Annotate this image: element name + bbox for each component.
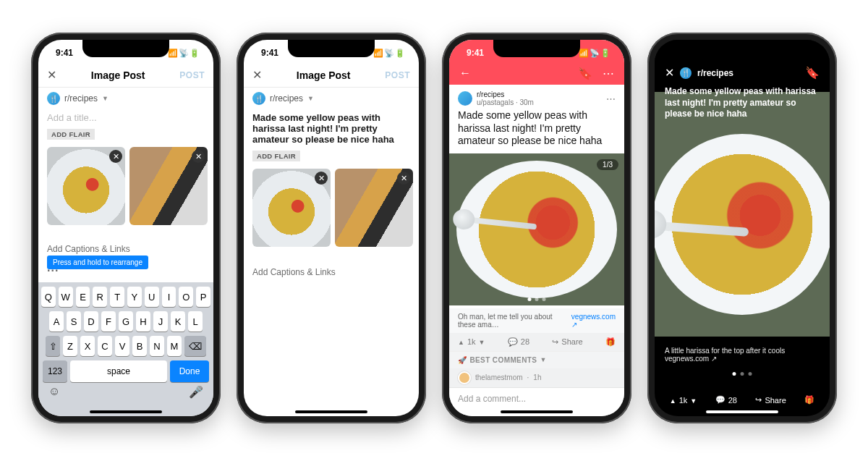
keyboard-extras: ☺ 🎤 (41, 382, 210, 399)
score: 1k (467, 337, 476, 346)
image-gallery[interactable]: 1/3 (449, 153, 624, 305)
key[interactable]: V (115, 336, 129, 356)
home-indicator[interactable] (90, 410, 162, 413)
status-icons: 📶 📡 🔋 (168, 48, 199, 58)
close-icon[interactable]: ✕ (252, 68, 262, 82)
notch (699, 40, 786, 57)
add-flair-button[interactable]: ADD FLAIR (252, 151, 300, 161)
home-indicator[interactable] (706, 410, 778, 413)
home-indicator[interactable] (295, 410, 367, 413)
emoji-icon[interactable]: ☺ (48, 385, 60, 399)
key[interactable]: E (76, 287, 90, 307)
key[interactable]: Y (127, 287, 142, 307)
comments-button[interactable]: 💬 28 (508, 337, 529, 347)
comment-row[interactable]: thelamestmom · 1h (449, 368, 624, 387)
caption-text: A little harissa for the top after it co… (665, 347, 820, 355)
key[interactable]: D (84, 311, 98, 332)
more-icon[interactable]: ⋯ (603, 67, 614, 80)
key[interactable]: Z (63, 336, 77, 356)
space-key[interactable]: space (70, 360, 167, 382)
fullscreen-image[interactable] (655, 92, 830, 337)
share-button[interactable]: ↪ Share (755, 395, 786, 405)
key[interactable]: B (132, 336, 147, 356)
key[interactable]: N (150, 336, 164, 356)
key[interactable]: Q (41, 287, 56, 307)
remove-image-icon[interactable]: ✕ (315, 172, 328, 185)
key[interactable]: P (196, 287, 210, 307)
chevron-down-icon: ▼ (102, 95, 109, 102)
key[interactable]: T (110, 287, 124, 307)
comment-sort[interactable]: 🚀 BEST COMMENTS ▼ (449, 352, 624, 368)
phone-compose-filled: 9:41 📶 📡 🔋 ✕ Image Post POST 🍴 r/recipes… (237, 33, 426, 423)
upvote-icon[interactable] (458, 337, 464, 346)
external-link-icon: ↗ (571, 321, 577, 329)
key[interactable]: W (59, 287, 73, 307)
keyboard: Q W E R T Y U I O P A S D F G H J K L (38, 282, 213, 416)
navbar-title: Image Post (297, 69, 351, 81)
done-key[interactable]: Done (170, 360, 209, 382)
caption-link[interactable]: vegnews.com ↗ (665, 355, 820, 363)
bookmark-icon[interactable]: 🔖 (805, 66, 820, 80)
remove-image-icon[interactable]: ✕ (397, 172, 410, 185)
shift-key[interactable]: ⇧ (46, 336, 60, 356)
key[interactable]: M (167, 336, 182, 356)
title-input[interactable]: Made some yellow peas with harissa last … (244, 109, 419, 148)
key[interactable]: U (145, 287, 159, 307)
numbers-key[interactable]: 123 (43, 360, 67, 382)
subreddit-selector[interactable]: 🍴 r/recipes ▼ (38, 88, 213, 109)
upvote-icon[interactable] (670, 396, 676, 405)
add-flair-button[interactable]: ADD FLAIR (47, 129, 95, 140)
home-indicator[interactable] (501, 410, 573, 413)
subreddit-avatar-icon: 🍴 (680, 67, 692, 79)
mic-icon[interactable]: 🎤 (189, 385, 203, 399)
key[interactable]: C (98, 336, 112, 356)
comments-button[interactable]: 💬 28 (715, 395, 737, 405)
key[interactable]: O (179, 287, 193, 307)
viewer-caption: A little harissa for the top after it co… (665, 347, 820, 363)
thumbnail-image[interactable]: ✕ (47, 147, 125, 225)
close-icon[interactable]: ✕ (665, 66, 674, 80)
score: 1k (679, 396, 688, 405)
key[interactable]: I (162, 287, 176, 307)
subreddit-name: r/recipes (270, 93, 303, 104)
downvote-icon[interactable] (690, 396, 697, 405)
share-button[interactable]: ↪ Share (552, 337, 582, 347)
downvote-icon[interactable] (479, 337, 485, 346)
subreddit-selector[interactable]: 🍴 r/recipes ▼ (244, 88, 419, 109)
key[interactable]: R (93, 287, 107, 307)
upvote-group: 1k (458, 337, 485, 346)
key[interactable]: J (153, 311, 168, 332)
caption-link[interactable]: vegnews.com ↗ (571, 313, 616, 329)
remove-image-icon[interactable]: ✕ (109, 150, 122, 163)
key[interactable]: G (119, 311, 133, 332)
caption-text: Oh man, let me tell you about these ama… (458, 313, 571, 329)
back-icon[interactable]: ← (459, 67, 471, 80)
close-icon[interactable]: ✕ (47, 68, 56, 82)
key[interactable]: H (136, 311, 150, 332)
post-author[interactable]: u/pastagals (477, 98, 514, 106)
post-button[interactable]: POST (385, 70, 410, 80)
subreddit-avatar-icon[interactable] (458, 91, 472, 106)
overflow-icon[interactable]: ⋯ (606, 93, 616, 104)
add-captions-link[interactable]: Add Captions & Links (244, 263, 419, 282)
key[interactable]: L (188, 311, 203, 332)
award-button[interactable]: 🎁 (804, 395, 814, 405)
pager-dots (733, 372, 752, 376)
key[interactable]: S (67, 311, 81, 332)
subreddit-name[interactable]: r/recipes (477, 90, 504, 98)
title-input[interactable]: Add a title... (38, 109, 213, 126)
bookmark-icon[interactable]: 🔖 (578, 67, 592, 80)
key[interactable]: A (49, 311, 64, 332)
key[interactable]: K (171, 311, 185, 332)
thumbnail-image[interactable]: ✕ (252, 169, 331, 247)
subreddit-name[interactable]: r/recipes (697, 68, 733, 78)
thumbnail-image[interactable]: ✕ (335, 169, 413, 247)
key[interactable]: X (80, 336, 95, 356)
backspace-key[interactable]: ⌫ (184, 336, 206, 356)
post-button[interactable]: POST (179, 70, 205, 80)
award-button[interactable]: 🎁 (605, 337, 616, 347)
key[interactable]: F (101, 311, 116, 332)
thumbnail-image[interactable]: ✕ (129, 147, 208, 225)
remove-image-icon[interactable]: ✕ (192, 150, 205, 163)
comment-author: thelamestmom (475, 373, 523, 381)
